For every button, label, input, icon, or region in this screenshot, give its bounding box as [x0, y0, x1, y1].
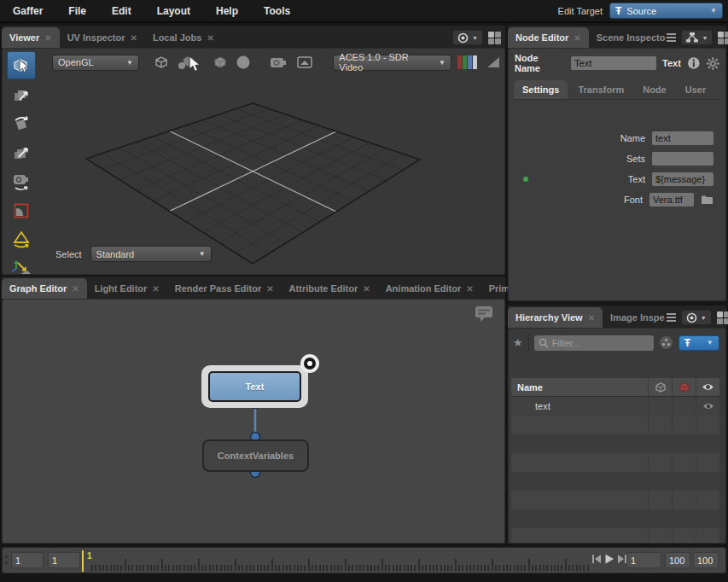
scale-tool-button[interactable]: [7, 138, 36, 166]
name-parameter-input[interactable]: [652, 131, 713, 145]
render-pass-icon[interactable]: [294, 54, 315, 71]
empty-row[interactable]: [511, 416, 719, 434]
light-tool-button[interactable]: [7, 225, 36, 253]
frame-ruler[interactable]: [91, 550, 590, 573]
empty-row[interactable]: [511, 491, 719, 509]
filter-input[interactable]: [552, 338, 642, 348]
graph-node-text[interactable]: Text: [208, 371, 301, 402]
annotation-bubble-icon[interactable]: [474, 305, 494, 323]
tab-node[interactable]: Node: [634, 80, 675, 99]
tab-user[interactable]: User: [677, 80, 714, 99]
camera-icon[interactable]: [268, 54, 288, 71]
tab-attribute-editor[interactable]: Attribute Editor ✕: [282, 278, 378, 299]
cell-expansion[interactable]: [648, 397, 672, 416]
camera-tool-button[interactable]: [7, 167, 36, 195]
solid-cube-icon[interactable]: [212, 54, 229, 71]
empty-row[interactable]: [511, 472, 719, 491]
tab-overflow-icon[interactable]: [667, 313, 676, 322]
empty-row[interactable]: [511, 434, 719, 453]
tab-graph-editor[interactable]: Graph Editor ✕: [2, 278, 87, 299]
node-name-input[interactable]: [571, 56, 656, 70]
crop-window-tool-button[interactable]: [7, 196, 36, 224]
tab-uv-inspector[interactable]: UV Inspector ✕: [60, 27, 145, 48]
font-parameter-input[interactable]: [649, 193, 694, 207]
cell-exclusion[interactable]: [672, 397, 696, 416]
display-transform-dropdown[interactable]: ACES 1.0 - SDR Video ▼: [333, 55, 451, 71]
tab-viewer[interactable]: Viewer ✕: [2, 27, 60, 48]
tab-local-jobs[interactable]: Local Jobs ✕: [145, 27, 222, 48]
tab-render-pass-editor[interactable]: Render Pass Editor ✕: [167, 278, 282, 299]
current-frame-input[interactable]: [626, 552, 661, 568]
pin-editor-button[interactable]: ▼: [452, 30, 483, 45]
empty-row[interactable]: [511, 509, 719, 528]
empty-row[interactable]: [511, 453, 719, 472]
close-icon[interactable]: ✕: [466, 284, 473, 294]
layout-menu-icon[interactable]: [718, 32, 728, 44]
editor-mode-button[interactable]: ▼: [681, 30, 713, 45]
menu-layout[interactable]: Layout: [144, 5, 203, 17]
rgb-channels-icon[interactable]: [457, 55, 480, 70]
gear-icon[interactable]: [706, 56, 720, 71]
tab-settings[interactable]: Settings: [514, 80, 568, 99]
close-icon[interactable]: ✕: [588, 313, 595, 323]
close-icon[interactable]: ✕: [72, 284, 79, 294]
edit-target-dropdown[interactable]: Ŧ Source ▼: [609, 3, 723, 19]
light-position-tool-button[interactable]: [7, 254, 36, 275]
playhead[interactable]: [82, 550, 84, 572]
sets-parameter-input[interactable]: [652, 152, 713, 166]
menu-file[interactable]: File: [55, 5, 99, 17]
play-icon[interactable]: [604, 554, 614, 564]
tab-primitive-inspector[interactable]: Prim: [481, 278, 511, 299]
renderer-dropdown[interactable]: OpenGL ▼: [52, 55, 139, 71]
tab-scene-inspector[interactable]: Scene Inspecto: [589, 27, 667, 48]
column-visibility[interactable]: [696, 378, 719, 396]
menu-edit[interactable]: Edit: [99, 5, 144, 17]
tab-image-inspector[interactable]: Image Inspe: [603, 307, 667, 328]
close-icon[interactable]: ✕: [266, 284, 273, 294]
layout-menu-icon[interactable]: [717, 311, 728, 324]
range-end-input[interactable]: [693, 552, 719, 568]
tab-overflow-icon[interactable]: [667, 33, 676, 42]
bookmark-star-icon[interactable]: ★: [513, 336, 523, 349]
exposure-gamma-icon[interactable]: [486, 55, 501, 69]
tab-animation-editor[interactable]: Animation Editor ✕: [378, 278, 481, 299]
set-membership-icon[interactable]: [659, 335, 673, 350]
hierarchy-table-header[interactable]: Name: [511, 378, 719, 397]
menu-help[interactable]: Help: [203, 5, 251, 17]
close-icon[interactable]: ✕: [131, 33, 137, 43]
focus-badge-icon[interactable]: [299, 352, 321, 375]
graph-node-contextvariables[interactable]: ContextVariables: [202, 439, 309, 472]
info-icon[interactable]: [687, 56, 701, 70]
wireframe-cube-icon[interactable]: [153, 54, 170, 71]
tab-transform[interactable]: Transform: [569, 80, 632, 99]
close-icon[interactable]: ✕: [207, 33, 213, 43]
hierarchy-row-text[interactable]: text: [511, 397, 719, 416]
menu-gaffer[interactable]: Gaffer: [0, 5, 55, 17]
tab-hierarchy-view[interactable]: Hierarchy View ✕: [508, 307, 603, 328]
menu-tools[interactable]: Tools: [251, 5, 303, 17]
close-icon[interactable]: ✕: [152, 284, 159, 294]
viewer-viewport[interactable]: OpenGL ▼: [2, 48, 505, 275]
select-tool-button[interactable]: [7, 51, 36, 79]
layout-menu-icon[interactable]: [488, 32, 501, 44]
tab-light-editor[interactable]: Light Editor ✕: [87, 278, 167, 299]
rotate-tool-button[interactable]: [7, 109, 36, 137]
column-exclusion[interactable]: [672, 378, 696, 396]
column-expansion[interactable]: [648, 378, 672, 396]
empty-row[interactable]: [511, 528, 719, 544]
filter-searchbox[interactable]: [534, 335, 654, 351]
edit-scope-dropdown[interactable]: Ŧ ▼: [678, 335, 719, 351]
frame-back-icon[interactable]: [591, 554, 602, 564]
translate-tool-button[interactable]: [7, 80, 36, 108]
tab-node-editor[interactable]: Node Editor ✕: [508, 27, 589, 48]
close-icon[interactable]: ✕: [574, 33, 580, 43]
folder-icon[interactable]: [701, 194, 713, 205]
close-icon[interactable]: ✕: [363, 284, 370, 294]
cell-visibility[interactable]: [696, 397, 719, 416]
shading-sphere-icon[interactable]: [235, 54, 252, 71]
playback-start-input[interactable]: [48, 552, 80, 568]
pin-editor-button[interactable]: ▼: [681, 310, 712, 325]
playback-end-input[interactable]: [665, 552, 690, 568]
close-icon[interactable]: ✕: [44, 33, 51, 43]
select-mode-dropdown[interactable]: Standard ▼: [90, 246, 212, 262]
